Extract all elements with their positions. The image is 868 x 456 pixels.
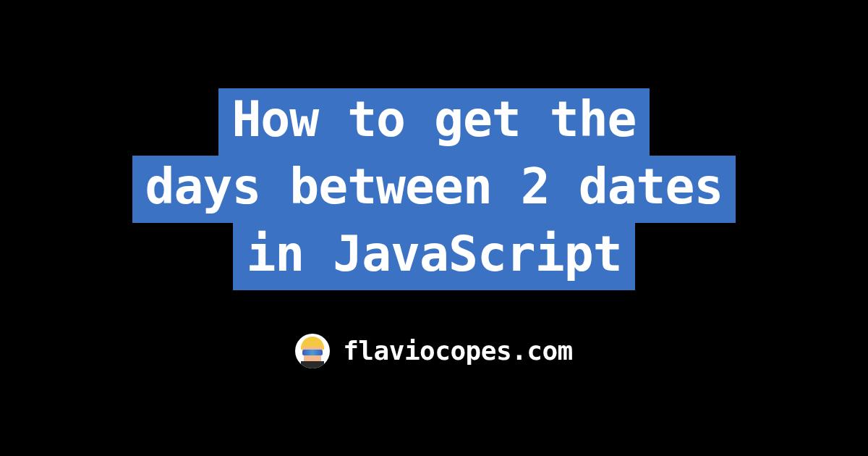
footer: flaviocopes.com	[295, 334, 573, 368]
site-name: flaviocopes.com	[343, 336, 573, 366]
author-avatar-icon	[295, 334, 330, 368]
title-line-2: days between 2 dates	[132, 156, 736, 223]
article-title: How to get the days between 2 dates in J…	[132, 88, 736, 290]
title-line-1: How to get the	[218, 88, 649, 156]
title-line-3: in JavaScript	[233, 223, 634, 290]
